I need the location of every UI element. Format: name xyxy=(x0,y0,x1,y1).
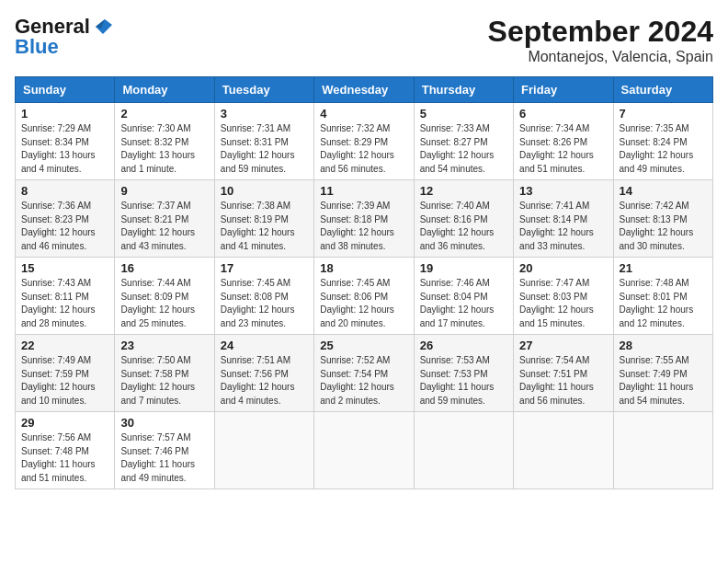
sunrise-text: Sunrise: 7:33 AM xyxy=(420,123,490,133)
daylight-text: Daylight: 13 hours and 1 minute. xyxy=(120,150,195,174)
sunrise-text: Sunrise: 7:50 AM xyxy=(120,355,190,365)
cell-content: Sunrise: 7:43 AMSunset: 8:11 PMDaylight:… xyxy=(21,277,108,330)
sunrise-text: Sunrise: 7:51 AM xyxy=(221,355,290,365)
calendar-cell: 6Sunrise: 7:34 AMSunset: 8:26 PMDaylight… xyxy=(514,103,613,180)
calendar-cell: 15Sunrise: 7:43 AMSunset: 8:11 PMDayligh… xyxy=(16,258,115,335)
calendar-cell: 9Sunrise: 7:37 AMSunset: 8:21 PMDaylight… xyxy=(115,180,214,258)
day-number: 26 xyxy=(420,339,507,352)
daylight-text: Daylight: 12 hours and 7 minutes. xyxy=(120,382,195,406)
cell-content: Sunrise: 7:48 AMSunset: 8:01 PMDaylight:… xyxy=(620,277,707,330)
calendar-cell: 27Sunrise: 7:54 AMSunset: 7:51 PMDayligh… xyxy=(514,335,613,412)
cell-content: Sunrise: 7:49 AMSunset: 7:59 PMDaylight:… xyxy=(21,354,108,408)
day-number: 15 xyxy=(21,261,108,275)
calendar-cell: 22Sunrise: 7:49 AMSunset: 7:59 PMDayligh… xyxy=(16,335,115,412)
day-number: 12 xyxy=(420,184,507,198)
sunrise-text: Sunrise: 7:45 AM xyxy=(320,278,390,288)
calendar-cell: 21Sunrise: 7:48 AMSunset: 8:01 PMDayligh… xyxy=(613,258,712,335)
daylight-text: Daylight: 12 hours and 46 minutes. xyxy=(21,227,96,251)
sunrise-text: Sunrise: 7:57 AM xyxy=(120,432,190,442)
cell-content: Sunrise: 7:46 AMSunset: 8:04 PMDaylight:… xyxy=(420,277,507,330)
sunset-text: Sunset: 8:08 PM xyxy=(221,292,289,302)
sunset-text: Sunset: 8:19 PM xyxy=(221,214,289,224)
sunset-text: Sunset: 8:16 PM xyxy=(420,214,488,224)
daylight-text: Daylight: 12 hours and 59 minutes. xyxy=(221,150,295,174)
sunrise-text: Sunrise: 7:39 AM xyxy=(320,201,390,211)
daylight-text: Daylight: 12 hours and 12 minutes. xyxy=(620,304,694,328)
calendar-cell: 1Sunrise: 7:29 AMSunset: 8:34 PMDaylight… xyxy=(16,103,115,180)
calendar-cell: 19Sunrise: 7:46 AMSunset: 8:04 PMDayligh… xyxy=(414,258,513,335)
cell-content: Sunrise: 7:45 AMSunset: 8:06 PMDaylight:… xyxy=(320,277,407,330)
calendar-week-row: 8Sunrise: 7:36 AMSunset: 8:23 PMDaylight… xyxy=(16,180,713,258)
sunrise-text: Sunrise: 7:42 AM xyxy=(620,201,689,211)
sunrise-text: Sunrise: 7:35 AM xyxy=(620,123,689,133)
day-number: 9 xyxy=(120,184,208,198)
sunrise-text: Sunrise: 7:54 AM xyxy=(519,355,589,365)
cell-content: Sunrise: 7:44 AMSunset: 8:09 PMDaylight:… xyxy=(120,277,208,330)
daylight-text: Daylight: 12 hours and 17 minutes. xyxy=(420,304,495,328)
calendar-header-wednesday: Wednesday xyxy=(314,77,414,103)
calendar-cell: 20Sunrise: 7:47 AMSunset: 8:03 PMDayligh… xyxy=(514,258,613,335)
sunrise-text: Sunrise: 7:32 AM xyxy=(320,123,390,133)
calendar-header-row: SundayMondayTuesdayWednesdayThursdayFrid… xyxy=(16,77,713,103)
sunrise-text: Sunrise: 7:29 AM xyxy=(21,123,91,133)
cell-content: Sunrise: 7:40 AMSunset: 8:16 PMDaylight:… xyxy=(420,200,507,253)
daylight-text: Daylight: 12 hours and 23 minutes. xyxy=(221,304,295,328)
calendar-cell: 29Sunrise: 7:56 AMSunset: 7:48 PMDayligh… xyxy=(16,412,115,489)
daylight-text: Daylight: 12 hours and 28 minutes. xyxy=(21,304,96,328)
cell-content: Sunrise: 7:34 AMSunset: 8:26 PMDaylight:… xyxy=(519,122,607,176)
daylight-text: Daylight: 12 hours and 20 minutes. xyxy=(320,304,394,328)
cell-content: Sunrise: 7:55 AMSunset: 7:49 PMDaylight:… xyxy=(620,354,707,408)
day-number: 4 xyxy=(320,107,407,121)
day-number: 7 xyxy=(620,107,707,121)
calendar-cell: 17Sunrise: 7:45 AMSunset: 8:08 PMDayligh… xyxy=(214,258,313,335)
sunset-text: Sunset: 8:14 PM xyxy=(519,214,587,224)
calendar-cell: 28Sunrise: 7:55 AMSunset: 7:49 PMDayligh… xyxy=(613,335,712,412)
cell-content: Sunrise: 7:54 AMSunset: 7:51 PMDaylight:… xyxy=(519,354,607,408)
calendar-cell: 3Sunrise: 7:31 AMSunset: 8:31 PMDaylight… xyxy=(214,103,313,180)
cell-content: Sunrise: 7:33 AMSunset: 8:27 PMDaylight:… xyxy=(420,122,507,176)
sunrise-text: Sunrise: 7:31 AM xyxy=(221,123,290,133)
day-number: 23 xyxy=(120,339,208,352)
calendar-cell: 18Sunrise: 7:45 AMSunset: 8:06 PMDayligh… xyxy=(314,258,414,335)
calendar-cell: 26Sunrise: 7:53 AMSunset: 7:53 PMDayligh… xyxy=(414,335,513,412)
day-number: 5 xyxy=(420,107,507,121)
daylight-text: Daylight: 12 hours and 33 minutes. xyxy=(519,227,594,251)
cell-content: Sunrise: 7:37 AMSunset: 8:21 PMDaylight:… xyxy=(120,200,208,253)
calendar-header-tuesday: Tuesday xyxy=(214,77,313,103)
daylight-text: Daylight: 11 hours and 54 minutes. xyxy=(620,382,694,406)
cell-content: Sunrise: 7:29 AMSunset: 8:34 PMDaylight:… xyxy=(21,122,108,176)
sunrise-text: Sunrise: 7:49 AM xyxy=(21,355,91,365)
sunset-text: Sunset: 8:18 PM xyxy=(320,214,388,224)
sunset-text: Sunset: 7:48 PM xyxy=(21,446,89,456)
sunset-text: Sunset: 8:04 PM xyxy=(420,292,488,302)
day-number: 14 xyxy=(620,184,707,198)
daylight-text: Daylight: 12 hours and 38 minutes. xyxy=(320,227,394,251)
calendar-cell: 24Sunrise: 7:51 AMSunset: 7:56 PMDayligh… xyxy=(214,335,313,412)
sunset-text: Sunset: 8:11 PM xyxy=(21,292,89,302)
daylight-text: Daylight: 11 hours and 49 minutes. xyxy=(120,459,195,483)
sunset-text: Sunset: 7:53 PM xyxy=(420,369,488,379)
calendar-cell: 12Sunrise: 7:40 AMSunset: 8:16 PMDayligh… xyxy=(414,180,513,258)
cell-content: Sunrise: 7:31 AMSunset: 8:31 PMDaylight:… xyxy=(221,122,308,176)
calendar-header-sunday: Sunday xyxy=(16,77,115,103)
sunrise-text: Sunrise: 7:55 AM xyxy=(620,355,689,365)
calendar-cell: 30Sunrise: 7:57 AMSunset: 7:46 PMDayligh… xyxy=(115,412,214,489)
sunset-text: Sunset: 8:34 PM xyxy=(21,137,89,147)
daylight-text: Daylight: 11 hours and 56 minutes. xyxy=(519,382,594,406)
calendar-week-row: 22Sunrise: 7:49 AMSunset: 7:59 PMDayligh… xyxy=(16,335,713,412)
day-number: 20 xyxy=(519,261,607,275)
day-number: 13 xyxy=(519,184,607,198)
day-number: 11 xyxy=(320,184,407,198)
sunrise-text: Sunrise: 7:46 AM xyxy=(420,278,490,288)
calendar-table: SundayMondayTuesdayWednesdayThursdayFrid… xyxy=(15,76,713,489)
daylight-text: Daylight: 11 hours and 51 minutes. xyxy=(21,459,96,483)
day-number: 19 xyxy=(420,261,507,275)
day-number: 16 xyxy=(120,261,208,275)
calendar-cell: 7Sunrise: 7:35 AMSunset: 8:24 PMDaylight… xyxy=(613,103,712,180)
cell-content: Sunrise: 7:47 AMSunset: 8:03 PMDaylight:… xyxy=(519,277,607,330)
daylight-text: Daylight: 12 hours and 51 minutes. xyxy=(519,150,594,174)
cell-content: Sunrise: 7:56 AMSunset: 7:48 PMDaylight:… xyxy=(21,431,108,485)
title-section: September 2024 Montanejos, Valencia, Spa… xyxy=(488,15,713,65)
sunset-text: Sunset: 7:54 PM xyxy=(320,369,388,379)
page-title: September 2024 xyxy=(488,15,713,49)
